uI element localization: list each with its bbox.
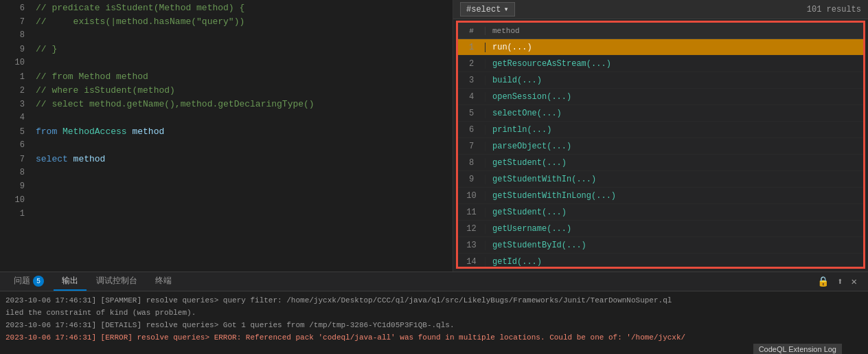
line-content: // where isStudent(method) — [36, 85, 175, 96]
log-line: 2023-10-06 17:46:31] [SPAMMER] resolve q… — [5, 294, 863, 307]
row-method[interactable]: getStudentWithIn(...) — [486, 175, 863, 184]
row-number: 7 — [458, 142, 486, 151]
bottom-tab-输出[interactable]: 输出 — [54, 272, 87, 291]
row-method[interactable]: println(...) — [486, 125, 863, 135]
bottom-right-icons: 🔒⬆✕ — [814, 274, 863, 289]
bottom-tab-终端[interactable]: 终端 — [147, 272, 180, 291]
row-method[interactable]: getId(...) — [486, 257, 863, 267]
results-header: #select ▾ 101 results — [453, 0, 868, 19]
bottom-tab-调试控制台[interactable]: 调试控制台 — [88, 272, 146, 291]
table-row[interactable]: 11getStudent(...) — [458, 204, 863, 221]
row-number: 6 — [458, 125, 486, 135]
code-line: 1 — [0, 209, 453, 223]
row-method[interactable]: getStudentById(...) — [486, 241, 863, 250]
code-line: 10 — [0, 195, 453, 209]
row-number: 14 — [458, 257, 486, 267]
table-row[interactable]: 14getId(...) — [458, 254, 863, 267]
table-row[interactable]: 3build(...) — [458, 72, 863, 89]
table-row[interactable]: 5selectOne(...) — [458, 105, 863, 122]
code-line: 6 — [0, 140, 453, 154]
line-number: 10 — [5, 195, 25, 205]
row-method[interactable]: getStudent(...) — [486, 158, 863, 168]
code-line: 9// } — [0, 44, 453, 58]
line-number: 9 — [5, 181, 25, 191]
table-row[interactable]: 2getResourceAsStream(...) — [458, 56, 863, 72]
code-line: 10 — [0, 58, 453, 71]
row-method[interactable]: openSession(...) — [486, 92, 863, 102]
row-method[interactable]: run(...) — [486, 43, 863, 52]
line-number: 1 — [5, 72, 25, 82]
code-line: 5from MethodAccess method — [0, 126, 453, 140]
line-number: 3 — [5, 100, 25, 109]
row-number: 11 — [458, 208, 486, 217]
expand-up-icon[interactable]: ⬆ — [834, 274, 845, 289]
table-row[interactable]: 6println(...) — [458, 122, 863, 138]
col-method-header: method — [486, 27, 863, 35]
line-number: 6 — [5, 140, 25, 150]
row-method[interactable]: selectOne(...) — [486, 109, 863, 118]
line-content: // predicate isStudent(Method method) { — [36, 3, 244, 13]
bottom-tabs: 问题5输出调试控制台终端🔒⬆✕ — [0, 272, 868, 291]
lock-icon[interactable]: 🔒 — [814, 274, 832, 289]
close-panel-icon[interactable]: ✕ — [849, 274, 860, 289]
row-method[interactable]: getStudent(...) — [486, 208, 863, 217]
row-method[interactable]: getResourceAsStream(...) — [486, 59, 863, 69]
results-table-header: # method — [458, 23, 863, 39]
code-line: 9 — [0, 181, 453, 195]
row-number: 12 — [458, 224, 486, 234]
line-number: 2 — [5, 86, 25, 96]
row-number: 3 — [458, 76, 486, 85]
code-line: 6// predicate isStudent(Method method) { — [0, 3, 453, 16]
code-line: 7select method — [0, 154, 453, 168]
line-number: 10 — [5, 58, 25, 67]
row-number: 2 — [458, 59, 486, 69]
table-row[interactable]: 9getStudentWithIn(...) — [458, 171, 863, 188]
line-number: 8 — [5, 30, 25, 40]
table-row[interactable]: 10getStudentWithInLong(...) — [458, 188, 863, 204]
log-line: 2023-10-06 17:46:31] [ERROR] resolve que… — [5, 331, 863, 344]
table-row[interactable]: 8getStudent(...) — [458, 155, 863, 171]
results-table-wrapper: # method 1run(...)2getResourceAsStream(.… — [456, 21, 865, 269]
line-number: 5 — [5, 127, 25, 137]
code-editor: 6// predicate isStudent(Method method) {… — [0, 0, 453, 272]
table-row[interactable]: 13getStudentById(...) — [458, 237, 863, 254]
table-row[interactable]: 12getUsername(...) — [458, 221, 863, 237]
row-number: 4 — [458, 92, 486, 102]
code-line: 7// exists(|method.hasName("query")) — [0, 16, 453, 30]
table-row[interactable]: 1run(...) — [458, 39, 863, 56]
line-number: 8 — [5, 168, 25, 177]
table-row[interactable]: 7parseObject(...) — [458, 138, 863, 155]
code-line: 4 — [0, 113, 453, 126]
row-number: 8 — [458, 158, 486, 168]
row-number: 5 — [458, 109, 486, 118]
row-number: 13 — [458, 241, 486, 250]
row-number: 10 — [458, 191, 486, 201]
row-method[interactable]: getUsername(...) — [486, 224, 863, 234]
row-method[interactable]: build(...) — [486, 76, 863, 85]
line-content: from MethodAccess method — [36, 126, 164, 137]
row-number: 1 — [458, 43, 486, 52]
table-row[interactable]: 4openSession(...) — [458, 89, 863, 105]
select-dropdown[interactable]: #select ▾ — [460, 2, 515, 16]
chevron-down-icon: ▾ — [503, 4, 508, 14]
line-number: 4 — [5, 113, 25, 122]
line-content: // } — [36, 44, 57, 54]
code-line: 8 — [0, 30, 453, 44]
row-method[interactable]: parseObject(...) — [486, 142, 863, 151]
bottom-panel: 问题5输出调试控制台终端🔒⬆✕ 2023-10-06 17:46:31] [SP… — [0, 272, 868, 354]
line-content: select method — [36, 154, 105, 164]
code-line: 2// where isStudent(method) — [0, 85, 453, 99]
row-method[interactable]: getStudentWithInLong(...) — [486, 191, 863, 201]
codeql-log-button[interactable]: CodeQL Extension Log — [753, 344, 842, 354]
line-content: // from Method method — [36, 71, 148, 82]
bottom-tab-问题[interactable]: 问题5 — [5, 272, 52, 291]
line-number: 9 — [5, 45, 25, 54]
line-number: 1 — [5, 209, 25, 219]
col-num-header: # — [458, 27, 486, 35]
row-number: 9 — [458, 175, 486, 184]
results-count: 101 results — [807, 5, 861, 14]
code-line: 8 — [0, 168, 453, 181]
log-line: iled the constraint of kind (was problem… — [5, 307, 863, 319]
line-content: // exists(|method.hasName("query")) — [36, 16, 244, 27]
code-line: 3// select method.getName(),method.getDe… — [0, 99, 453, 113]
